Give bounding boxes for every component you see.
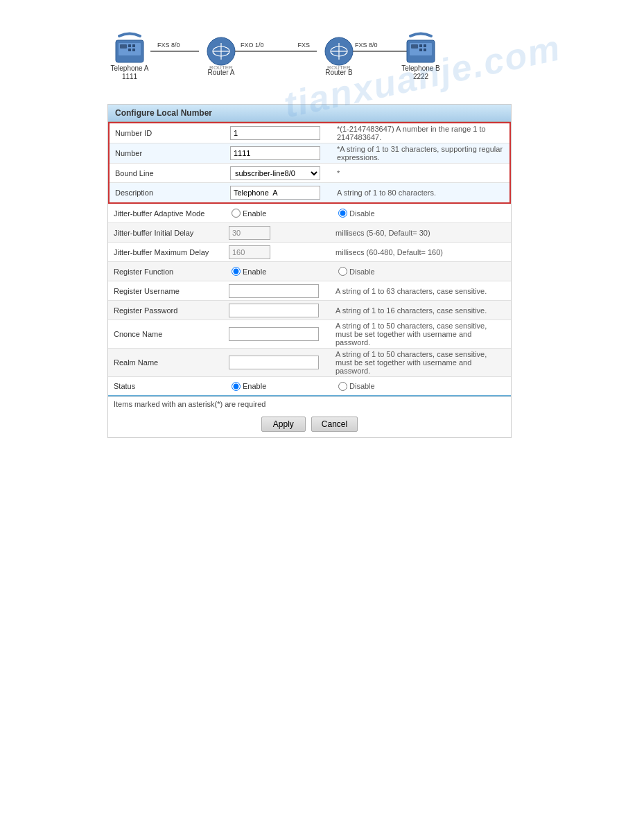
form-header: Configure Local Number — [108, 105, 511, 122]
register-username-input[interactable] — [229, 284, 319, 298]
status-label: Status — [108, 379, 226, 393]
bound-line-input-area: subscriber-line8/0 — [227, 165, 331, 182]
description-input[interactable] — [230, 186, 320, 200]
status-enable-radio[interactable] — [232, 382, 241, 391]
register-password-hint: A string of 1 to 16 characters, case sen… — [330, 305, 511, 316]
description-row: Description A string of 1 to 80 characte… — [110, 183, 509, 202]
register-username-input-area — [226, 283, 330, 299]
jitter-adaptive-enable-radio[interactable] — [232, 209, 241, 218]
label-fxs80-right: FXS 8/0 — [355, 42, 378, 49]
cnonce-name-hint: A string of 1 to 50 characters, case sen… — [330, 320, 511, 348]
description-label: Description — [110, 186, 227, 200]
label-fxs80-left: FXS 8/0 — [157, 42, 180, 49]
jitter-adaptive-enable-label[interactable]: Enable — [232, 209, 266, 218]
status-disable-group: Disable — [335, 380, 505, 392]
jitter-max-label: Jitter-buffer Maximum Delay — [108, 245, 226, 259]
register-function-disable-radio[interactable] — [338, 267, 347, 276]
form-outer: Configure Local Number Number ID *(1-214… — [107, 104, 512, 438]
description-hint: A string of 1 to 80 characters. — [331, 187, 509, 198]
jitter-adaptive-enable-text: Enable — [243, 209, 266, 218]
bound-line-hint: * — [331, 168, 509, 179]
register-function-disable-text: Disable — [349, 268, 375, 276]
register-function-disable-area: Disable — [330, 264, 511, 279]
jitter-initial-label: Jitter-buffer Initial Delay — [108, 226, 226, 240]
apply-button[interactable]: Apply — [261, 417, 306, 432]
jitter-adaptive-hint: Disable — [330, 206, 511, 220]
register-password-label: Register Password — [108, 304, 226, 317]
register-username-label: Register Username — [108, 284, 226, 298]
jitter-adaptive-disable-radio[interactable] — [338, 209, 347, 218]
jitter-initial-input-area — [226, 225, 330, 241]
cnonce-name-input-area — [226, 326, 330, 342]
status-enable-text: Enable — [243, 382, 266, 390]
status-disable-text: Disable — [349, 382, 375, 390]
status-disable-label[interactable]: Disable — [338, 382, 375, 391]
telephone-a-icon — [116, 34, 143, 63]
number-id-input[interactable] — [230, 126, 320, 140]
register-password-input-area — [226, 302, 330, 319]
svg-rect-6 — [132, 49, 135, 51]
svg-rect-19 — [411, 44, 418, 49]
realm-name-hint: A string of 1 to 50 characters, case sen… — [330, 349, 511, 376]
register-function-disable-label[interactable]: Disable — [338, 267, 375, 276]
jitter-adaptive-row: Jitter-buffer Adaptive Mode Enable Disab… — [108, 204, 511, 223]
jitter-max-input[interactable] — [229, 245, 270, 259]
required-fields-section: Number ID *(1-2147483647) A number in th… — [108, 122, 511, 204]
number-input-area — [227, 145, 331, 161]
status-disable-radio[interactable] — [338, 382, 347, 391]
jitter-initial-row: Jitter-buffer Initial Delay millisecs (5… — [108, 223, 511, 243]
jitter-initial-hint: millisecs (5-60, Default= 30) — [330, 227, 511, 238]
diagram-container: tianxuanje.com Telephone A 1111 FXS 8/0 — [0, 14, 619, 104]
svg-rect-20 — [419, 44, 422, 47]
cnonce-name-label: Cnonce Name — [108, 327, 226, 341]
jitter-max-row: Jitter-buffer Maximum Delay millisecs (6… — [108, 243, 511, 262]
cancel-button[interactable]: Cancel — [311, 417, 358, 432]
number-label: Number — [110, 146, 227, 160]
button-row: Apply Cancel — [108, 411, 511, 437]
register-password-row: Register Password A string of 1 to 16 ch… — [108, 301, 511, 320]
status-disable-area: Disable — [330, 379, 511, 394]
required-note-text: Items marked with an asterisk(*) are req… — [114, 400, 265, 408]
required-note: Items marked with an asterisk(*) are req… — [108, 396, 511, 411]
register-password-input[interactable] — [229, 304, 319, 317]
register-function-label: Register Function — [108, 265, 226, 279]
register-function-radio-group: Enable — [229, 265, 327, 277]
register-function-disable-group: Disable — [335, 265, 505, 277]
jitter-initial-input[interactable] — [229, 226, 270, 240]
status-radio-group: Enable — [229, 380, 327, 392]
status-enable-label[interactable]: Enable — [232, 382, 266, 391]
page-wrapper: tianxuanje.com Telephone A 1111 FXS 8/0 — [0, 0, 619, 840]
realm-name-row: Realm Name A string of 1 to 50 character… — [108, 349, 511, 377]
label-fxo10: FXO 1/0 — [241, 42, 264, 49]
router-a-label: Router A — [207, 69, 234, 76]
number-row: Number *A string of 1 to 31 characters, … — [110, 143, 509, 164]
bound-line-select[interactable]: subscriber-line8/0 — [230, 166, 320, 180]
realm-name-label: Realm Name — [108, 356, 226, 369]
router-b-label: Router B — [325, 69, 353, 76]
realm-name-input[interactable] — [229, 356, 319, 369]
router-b-icon: ROUTER — [325, 37, 353, 71]
register-function-enable-radio[interactable] — [232, 267, 241, 276]
number-id-label: Number ID — [110, 126, 227, 140]
register-function-enable-text: Enable — [243, 268, 266, 276]
svg-rect-3 — [128, 44, 131, 47]
register-function-row: Register Function Enable Disable — [108, 262, 511, 281]
svg-rect-4 — [132, 44, 135, 47]
number-id-input-area — [227, 125, 331, 141]
cnonce-name-input[interactable] — [229, 327, 319, 341]
cnonce-name-row: Cnonce Name A string of 1 to 50 characte… — [108, 320, 511, 349]
telephone-b-icon — [407, 34, 435, 63]
number-id-row: Number ID *(1-2147483647) A number in th… — [110, 123, 509, 143]
jitter-adaptive-label: Jitter-buffer Adaptive Mode — [108, 207, 226, 220]
svg-rect-22 — [419, 49, 422, 51]
register-function-enable-label[interactable]: Enable — [232, 267, 266, 276]
jitter-adaptive-input: Enable — [226, 206, 330, 220]
realm-name-input-area — [226, 354, 330, 371]
telephone-b-number: 2222 — [412, 73, 428, 80]
svg-rect-21 — [424, 44, 426, 47]
form-title: Configure Local Number — [115, 108, 212, 118]
number-input[interactable] — [230, 146, 320, 160]
register-function-input: Enable — [226, 264, 330, 279]
svg-rect-2 — [120, 44, 127, 49]
jitter-adaptive-disable-label[interactable]: Disable — [338, 209, 375, 218]
